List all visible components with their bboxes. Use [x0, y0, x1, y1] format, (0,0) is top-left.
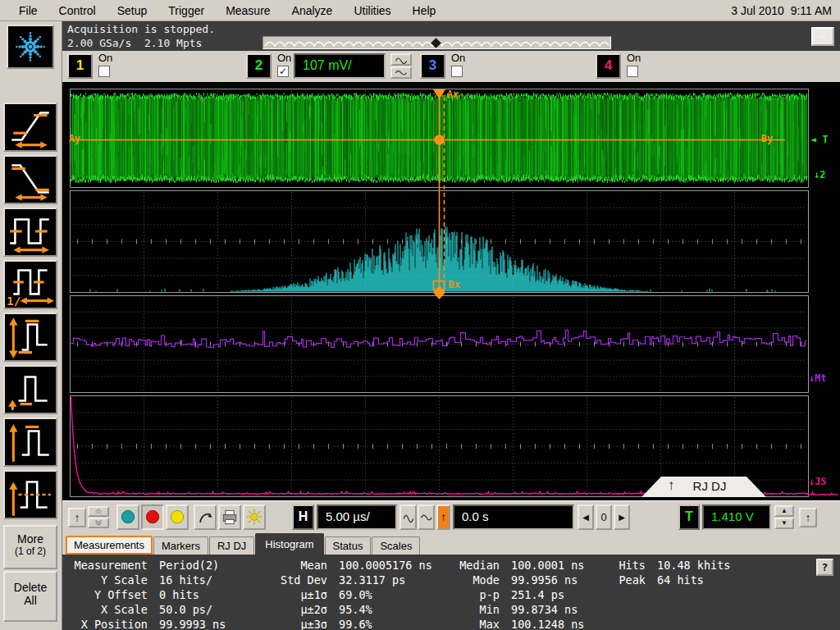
menu-item-utilities[interactable]: Utilities [343, 2, 401, 20]
trigger-marker-up-button[interactable]: ↑ [799, 508, 817, 527]
result-value: Period(2) [159, 559, 270, 573]
marker-ax-label[interactable]: Ax [447, 89, 459, 100]
trigger-button[interactable]: T [678, 504, 700, 530]
rjdj-tab-label: RJ DJ [641, 479, 766, 493]
channel-4-button[interactable]: 4 [596, 53, 621, 79]
channel-2-button[interactable]: 2 [246, 53, 272, 79]
channel-4-on-checkbox[interactable] [627, 66, 638, 77]
chevron-down-icon[interactable] [88, 518, 109, 528]
result-value: 100.0001 ns [511, 559, 609, 573]
tab-scales[interactable]: Scales [372, 536, 420, 555]
chevron-up-icon[interactable] [88, 506, 109, 517]
trigger-level-display[interactable]: 1.410 V [702, 504, 771, 530]
result-value: 16 hits/ [159, 573, 270, 588]
menu-bar: File Control Setup Trigger Measure Analy… [0, 0, 840, 21]
scope-display-canvas[interactable] [62, 82, 840, 500]
measurement-toolbar: 1/ More (1 of 2) Delete All [0, 21, 62, 630]
clear-display-icon[interactable] [194, 504, 217, 530]
tab-measurements[interactable]: Measurements [66, 536, 153, 555]
marker-ay-label[interactable]: Ay [69, 133, 80, 144]
timebase-fine-wave-icon[interactable] [399, 504, 417, 530]
v-peak-peak-icon[interactable] [3, 313, 57, 362]
delete-all-button[interactable]: Delete All [3, 571, 57, 622]
result-label: X Position [69, 618, 148, 630]
result-row: MeasurementPeriod(2) Mean100.0005176 ns … [62, 559, 840, 573]
histogram-results-panel: MeasurementPeriod(2) Mean100.0005176 ns … [62, 555, 840, 630]
horizontal-control-bar: ↑ H [62, 500, 840, 533]
run-button[interactable] [116, 504, 139, 530]
single-button[interactable] [166, 504, 189, 530]
channel-2-ground-marker[interactable]: ↓2 [814, 169, 825, 180]
rise-time-icon[interactable] [3, 103, 57, 152]
result-value: 100.1248 ns [511, 618, 609, 630]
channel-3-on-checkbox[interactable] [451, 66, 463, 77]
marker-by-label[interactable]: By [761, 133, 773, 144]
mt-marker[interactable]: ↓Mt [809, 372, 827, 384]
timebase-coarse-wave-icon[interactable] [418, 504, 435, 530]
sample-rate-memory: 2.00 GSa/s 2.10 Mpts [67, 37, 202, 49]
rjdj-pullup-tab[interactable]: ↑ RJ DJ [641, 477, 766, 497]
marker-up-button[interactable]: ↑ [68, 508, 86, 527]
channel-2-on-checkbox[interactable] [277, 66, 289, 77]
horizontal-position-display[interactable]: 0.0 s [453, 504, 574, 530]
channel-1-button[interactable]: 1 [67, 53, 93, 79]
result-value [657, 603, 764, 618]
result-label: Min [454, 603, 500, 618]
scale-down-wave-icon[interactable] [390, 66, 412, 79]
trigger-level-marker[interactable]: ◄ T [810, 134, 829, 145]
tab-rjdj[interactable]: RJ DJ [209, 536, 254, 555]
position-left-button[interactable]: ◀ [578, 504, 594, 530]
result-label: Measurement [69, 559, 148, 573]
brightness-icon[interactable] [243, 504, 266, 530]
v-min-icon[interactable] [3, 365, 57, 414]
tab-status[interactable]: Status [325, 536, 372, 555]
level-up-spinner[interactable]: ▲ [774, 505, 794, 517]
menu-item-control[interactable]: Control [48, 2, 107, 20]
main-area: Acquisition is stopped. 2.00 GSa/s 2.10 … [62, 21, 840, 630]
position-zero-button[interactable]: 0 [596, 504, 612, 530]
result-row: Y Offset0 hits µ±1σ69.0% p-p251.4 ps [62, 588, 840, 603]
scale-up-wave-icon[interactable] [390, 53, 412, 66]
tab-markers[interactable]: Markers [153, 536, 208, 555]
result-value [657, 588, 764, 603]
result-label: Median [454, 559, 500, 573]
channel-controls: 1 On 2 On 107 mV/ [62, 51, 840, 82]
result-label [609, 603, 646, 618]
stop-button[interactable] [141, 504, 164, 530]
acquisition-status: Acquisition is stopped. [67, 23, 215, 35]
minimize-button[interactable]: – [811, 27, 834, 46]
menu-item-analyze[interactable]: Analyze [281, 2, 344, 20]
menu-item-file[interactable]: File [8, 2, 48, 20]
menu-item-help[interactable]: Help [402, 2, 447, 20]
print-icon[interactable] [218, 504, 241, 530]
help-button[interactable]: ? [816, 559, 833, 576]
reference-point-button[interactable]: ↑ [436, 504, 450, 530]
frequency-icon[interactable]: 1/ [3, 260, 57, 309]
waveform-display: Ay By Ax Bx ◄ T ↓2 ↓Mt ↓JS ↑ RJ DJ [62, 82, 840, 500]
v-max-icon[interactable] [3, 418, 57, 467]
fall-time-icon[interactable] [3, 155, 57, 204]
horizontal-button[interactable]: H [292, 504, 314, 530]
more-button[interactable]: More (1 of 2) [3, 525, 57, 569]
menu-item-trigger[interactable]: Trigger [158, 2, 215, 20]
level-down-spinner[interactable]: ▼ [774, 518, 794, 529]
js-marker[interactable]: ↓JS [809, 476, 827, 487]
horizontal-position-scrollbar[interactable] [262, 36, 611, 49]
timebase-scale-display[interactable]: 5.00 µs/ [317, 504, 397, 530]
menu-item-measure[interactable]: Measure [215, 2, 281, 20]
v-average-icon[interactable] [3, 470, 57, 519]
period-icon[interactable] [3, 208, 57, 257]
channel-1-on-checkbox[interactable] [98, 66, 110, 77]
result-value: 99.9993 ns [159, 618, 270, 630]
result-value [657, 618, 764, 630]
result-label: µ±3σ [270, 618, 327, 630]
channel-2-scale-display[interactable]: 107 mV/ [294, 53, 386, 79]
position-right-button[interactable]: ▶ [614, 504, 630, 530]
tab-histogram[interactable]: Histogram [255, 533, 323, 555]
result-value: 0 hits [159, 588, 270, 603]
menu-item-setup[interactable]: Setup [107, 2, 158, 20]
marker-bx-label[interactable]: Bx [449, 279, 460, 290]
result-label: Mean [270, 559, 327, 573]
jitter-analysis-icon[interactable] [7, 25, 54, 69]
channel-3-button[interactable]: 3 [420, 53, 445, 79]
